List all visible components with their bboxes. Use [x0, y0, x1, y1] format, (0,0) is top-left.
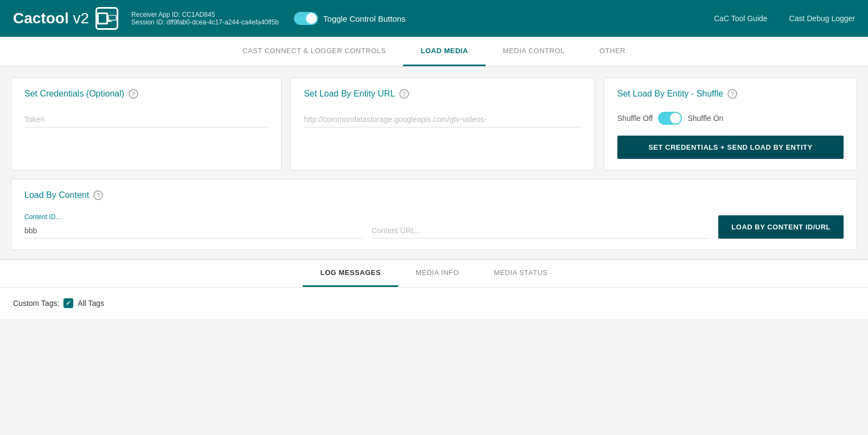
credentials-title: Set Credentials (Optional) ?	[24, 89, 268, 99]
shuffle-off-label: Shuffle Off	[617, 114, 653, 123]
load-content-title: Load By Content ?	[24, 190, 844, 200]
log-content: Custom Tags: All Tags	[0, 287, 868, 319]
main-tabs: CAST CONNECT & LOGGER CONTROLS LOAD MEDI…	[0, 37, 868, 67]
top-panels-row: Set Credentials (Optional) ? Set Load By…	[11, 78, 857, 170]
custom-tags-label: Custom Tags:	[13, 299, 59, 308]
tab-log-messages[interactable]: LOG MESSAGES	[303, 260, 398, 287]
cac-tool-guide-link[interactable]: CaC Tool Guide	[714, 14, 768, 23]
load-by-content-button[interactable]: LOAD BY CONTENT ID/URL	[718, 215, 844, 239]
shuffle-help-icon[interactable]: ?	[727, 89, 737, 99]
content-url-field-group	[372, 223, 710, 239]
content-id-field-group: Content ID...	[24, 213, 363, 239]
shuffle-on-label: Shuffle On	[687, 114, 723, 123]
tab-other[interactable]: OTHER	[582, 37, 643, 66]
shuffle-toggle[interactable]	[658, 112, 682, 125]
content-area: Set Credentials (Optional) ? Set Load By…	[0, 67, 868, 250]
tab-media-control[interactable]: MEDIA CONTROL	[486, 37, 582, 66]
load-content-help-icon[interactable]: ?	[93, 190, 103, 200]
tab-load-media[interactable]: LOAD MEDIA	[403, 37, 485, 66]
load-content-panel: Load By Content ? Content ID... LOAD BY …	[11, 179, 857, 250]
credentials-help-icon[interactable]: ?	[129, 89, 138, 99]
shuffle-toggle-row: Shuffle Off Shuffle On	[617, 112, 844, 125]
entity-url-help-icon[interactable]: ?	[399, 89, 409, 99]
shuffle-title: Set Load By Entity - Shuffle ?	[617, 89, 844, 99]
set-credentials-send-load-button[interactable]: SET CREDENTIALS + SEND LOAD BY ENTITY	[617, 136, 844, 159]
app-name: Cactool v2	[13, 10, 89, 27]
header-nav: CaC Tool Guide Cast Debug Logger	[714, 14, 855, 23]
toggle-control-buttons[interactable]: Toggle Control Buttons	[294, 12, 406, 25]
entity-url-input[interactable]	[304, 112, 582, 127]
content-url-input[interactable]	[372, 223, 710, 239]
session-info: Receiver App ID: CC1AD845 Session ID: df…	[131, 11, 279, 26]
all-tags-label: All Tags	[78, 299, 104, 308]
toggle-label: Toggle Control Buttons	[323, 14, 406, 23]
bottom-section: LOG MESSAGES MEDIA INFO MEDIA STATUS Cus…	[0, 259, 868, 319]
entity-url-panel: Set Load By Entity URL ?	[290, 78, 595, 170]
logo: Cactool v2	[13, 7, 118, 30]
receiver-app-id: Receiver App ID: CC1AD845	[131, 11, 279, 18]
entity-url-title: Set Load By Entity URL ?	[304, 89, 582, 99]
cast-icon	[95, 7, 118, 30]
session-id: Session ID: dff9fab0-dcea-4c17-a244-ca4e…	[131, 18, 279, 26]
all-tags-checkbox[interactable]	[63, 298, 73, 308]
load-content-fields: Content ID... LOAD BY CONTENT ID/URL	[24, 213, 844, 239]
shuffle-panel: Set Load By Entity - Shuffle ? Shuffle O…	[604, 78, 857, 170]
tab-media-status[interactable]: MEDIA STATUS	[476, 260, 565, 287]
svg-rect-0	[108, 15, 116, 20]
header: Cactool v2 Receiver App ID: CC1AD845 Ses…	[0, 0, 868, 37]
custom-tags-row: Custom Tags: All Tags	[13, 298, 855, 308]
tab-cast-connect[interactable]: CAST CONNECT & LOGGER CONTROLS	[225, 37, 403, 66]
tab-media-info[interactable]: MEDIA INFO	[398, 260, 476, 287]
toggle-switch[interactable]	[294, 12, 318, 25]
credentials-panel: Set Credentials (Optional) ?	[11, 78, 282, 170]
content-id-label: Content ID...	[24, 213, 363, 221]
cast-debug-logger-link[interactable]: Cast Debug Logger	[789, 14, 855, 23]
content-id-input[interactable]	[24, 223, 363, 239]
token-input[interactable]	[24, 112, 268, 127]
bottom-tabs: LOG MESSAGES MEDIA INFO MEDIA STATUS	[0, 260, 868, 287]
